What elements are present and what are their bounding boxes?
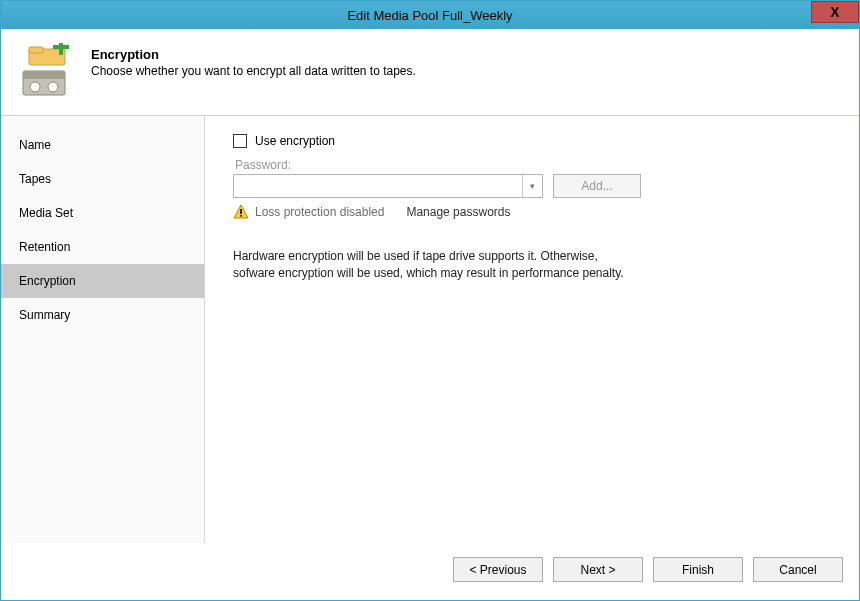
svg-rect-10 (240, 215, 242, 217)
password-label: Password: (235, 158, 831, 172)
sidebar-item-retention[interactable]: Retention (1, 230, 204, 264)
wizard-sidebar: Name Tapes Media Set Retention Encryptio… (1, 116, 205, 543)
dialog-window: Edit Media Pool Full_Weekly X (0, 0, 860, 601)
svg-point-4 (30, 82, 40, 92)
wizard-footer: < Previous Next > Finish Cancel (1, 543, 859, 600)
tape-encrypt-icon (21, 43, 77, 99)
svg-rect-9 (240, 209, 242, 214)
password-combo[interactable]: ▾ (233, 174, 543, 198)
info-line-2: sofware encryption will be used, which m… (233, 265, 703, 282)
sidebar-item-label: Name (19, 138, 51, 152)
header-title: Encryption (91, 47, 416, 62)
close-icon: X (830, 4, 839, 20)
sidebar-item-label: Encryption (19, 274, 76, 288)
previous-button[interactable]: < Previous (453, 557, 543, 582)
info-line-1: Hardware encryption will be used if tape… (233, 248, 703, 265)
loss-protection-status: Loss protection disabled (233, 204, 384, 220)
next-label: Next > (580, 563, 615, 577)
sidebar-item-label: Media Set (19, 206, 73, 220)
header-texts: Encryption Choose whether you want to en… (91, 43, 416, 99)
wizard-body: Name Tapes Media Set Retention Encryptio… (1, 116, 859, 543)
svg-rect-1 (29, 47, 43, 53)
next-button[interactable]: Next > (553, 557, 643, 582)
sidebar-item-label: Summary (19, 308, 70, 322)
sidebar-item-label: Tapes (19, 172, 51, 186)
cancel-label: Cancel (779, 563, 816, 577)
sidebar-item-label: Retention (19, 240, 70, 254)
previous-label: < Previous (469, 563, 526, 577)
sidebar-item-summary[interactable]: Summary (1, 298, 204, 332)
svg-point-5 (48, 82, 58, 92)
add-password-button[interactable]: Add... (553, 174, 641, 198)
manage-passwords-label: Manage passwords (406, 205, 510, 219)
password-row: ▾ Add... (233, 174, 831, 198)
use-encryption-row: Use encryption (233, 134, 831, 148)
wizard-content: Use encryption Password: ▾ Add... (205, 116, 859, 543)
sidebar-item-encryption[interactable]: Encryption (1, 264, 204, 298)
use-encryption-label: Use encryption (255, 134, 335, 148)
finish-button[interactable]: Finish (653, 557, 743, 582)
manage-passwords-link[interactable]: Manage passwords (406, 205, 510, 219)
sidebar-item-mediaset[interactable]: Media Set (1, 196, 204, 230)
warning-icon (233, 204, 249, 220)
wizard-header: Encryption Choose whether you want to en… (1, 29, 859, 116)
sidebar-item-name[interactable]: Name (1, 128, 204, 162)
finish-label: Finish (682, 563, 714, 577)
window-title: Edit Media Pool Full_Weekly (347, 8, 512, 23)
loss-protection-label: Loss protection disabled (255, 205, 384, 219)
titlebar: Edit Media Pool Full_Weekly X (1, 1, 859, 29)
header-subtitle: Choose whether you want to encrypt all d… (91, 64, 416, 78)
sidebar-item-tapes[interactable]: Tapes (1, 162, 204, 196)
use-encryption-checkbox[interactable] (233, 134, 247, 148)
svg-rect-3 (23, 71, 65, 79)
cancel-button[interactable]: Cancel (753, 557, 843, 582)
status-row: Loss protection disabled Manage password… (233, 204, 831, 220)
add-button-label: Add... (581, 179, 612, 193)
close-button[interactable]: X (811, 1, 859, 23)
encryption-info: Hardware encryption will be used if tape… (233, 248, 703, 282)
chevron-down-icon: ▾ (522, 175, 542, 197)
svg-rect-7 (53, 45, 69, 49)
